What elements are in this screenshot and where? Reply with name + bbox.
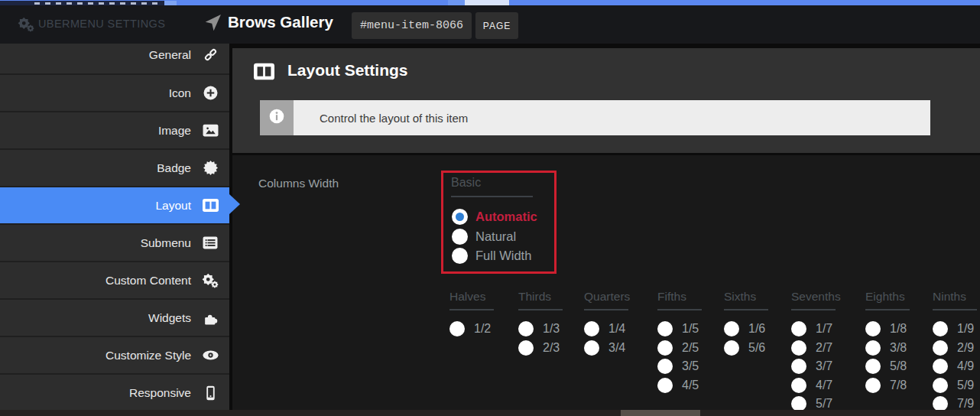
admin-bar-fragment <box>465 0 509 5</box>
columns-icon <box>254 63 274 80</box>
info-message-text: Control the layout of this item <box>320 112 468 125</box>
radio-icon[interactable] <box>865 340 881 356</box>
fraction-group-title: Sixths <box>724 290 768 304</box>
radio-option-label: 5/8 <box>890 359 907 373</box>
radio-icon[interactable] <box>657 340 673 356</box>
radio-icon[interactable] <box>518 321 534 336</box>
radio-icon[interactable] <box>865 378 881 393</box>
sidebar-item-label: Custom Content <box>105 274 191 288</box>
radio-option-2-7[interactable]: 2/7 <box>791 340 841 356</box>
fraction-group-title: Fifths <box>657 290 702 304</box>
sidebar-item-responsive[interactable]: Responsive <box>0 373 229 411</box>
underline <box>791 309 836 310</box>
radio-option-label: 1/4 <box>608 322 625 336</box>
radio-option-1-7[interactable]: 1/7 <box>791 321 841 336</box>
radio-option-1-2[interactable]: 1/2 <box>449 321 494 336</box>
radio-icon[interactable] <box>791 378 806 393</box>
radio-option-label: 2/9 <box>957 341 974 355</box>
scrollbar-thumb[interactable] <box>621 410 700 416</box>
radio-option-label: 1/7 <box>816 322 832 336</box>
radio-option-1-4[interactable]: 1/4 <box>584 321 630 336</box>
radio-icon[interactable] <box>791 340 806 356</box>
radio-icon[interactable] <box>724 321 739 336</box>
info-message: Control the layout of this item <box>294 100 930 135</box>
radio-option-2-3[interactable]: 2/3 <box>518 340 563 356</box>
page-badge[interactable]: PAGE <box>475 12 518 39</box>
radio-option-1-9[interactable]: 1/9 <box>933 321 977 336</box>
sidebar-item-submenu[interactable]: Submenu <box>0 223 229 261</box>
radio-option-label: 4/9 <box>957 359 974 373</box>
radio-icon[interactable] <box>584 340 599 356</box>
radio-icon[interactable] <box>657 321 673 336</box>
radio-option-3-8[interactable]: 3/8 <box>865 340 910 356</box>
sidebar-item-image[interactable]: Image <box>0 111 229 148</box>
fraction-group-title: Thirds <box>518 290 563 304</box>
underline <box>933 309 977 310</box>
radio-option-1-6[interactable]: 1/6 <box>724 321 768 336</box>
sidebar-item-widgets[interactable]: Widgets <box>0 298 229 336</box>
radio-option-label: 5/9 <box>957 379 974 392</box>
radio-icon[interactable] <box>518 340 534 356</box>
radio-option-label: 3/8 <box>890 341 907 355</box>
radio-option-label: 1/8 <box>890 322 907 336</box>
radio-icon[interactable] <box>657 378 673 393</box>
radio-option-1-3[interactable]: 1/3 <box>518 321 563 336</box>
radio-option-label: 1/5 <box>682 322 699 336</box>
radio-option-5-9[interactable]: 5/9 <box>933 378 977 393</box>
radio-icon[interactable] <box>865 321 881 336</box>
radio-option-label: 4/5 <box>682 379 699 392</box>
radio-option-2-5[interactable]: 2/5 <box>657 340 702 356</box>
radio-icon[interactable] <box>791 321 806 336</box>
sidebar-item-label: Icon <box>169 86 191 100</box>
radio-option-3-4[interactable]: 3/4 <box>584 340 630 356</box>
sidebar-item-layout[interactable]: Layout <box>0 186 229 223</box>
menu-item-id-badge[interactable]: #menu-item-8066 <box>352 12 472 39</box>
panel-top-gap <box>229 44 980 48</box>
admin-bar-fragment <box>448 0 465 5</box>
radio-option-4-5[interactable]: 4/5 <box>657 378 702 393</box>
radio-option-label: 2/5 <box>682 341 699 355</box>
radio-option-label: 2/3 <box>543 341 560 355</box>
radio-option-label: 7/9 <box>957 397 974 411</box>
menu-item-id-text: #menu-item-8066 <box>360 19 463 32</box>
radio-option-1-5[interactable]: 1/5 <box>657 321 702 336</box>
admin-bar-strip <box>0 0 980 5</box>
radio-icon[interactable] <box>724 340 739 356</box>
link-icon <box>200 47 220 63</box>
radio-icon[interactable] <box>657 359 673 374</box>
sidebar-item-customize-style[interactable]: Customize Style <box>0 336 229 373</box>
field-label-columns-width: Columns Width <box>258 177 339 190</box>
radio-icon[interactable] <box>449 321 465 336</box>
radio-icon[interactable] <box>933 340 948 356</box>
radio-icon[interactable] <box>933 378 948 393</box>
radio-option-5-8[interactable]: 5/8 <box>865 359 910 374</box>
sidebar-item-label: Image <box>158 124 191 138</box>
radio-option-5-6[interactable]: 5/6 <box>724 340 768 356</box>
radio-icon[interactable] <box>933 359 948 374</box>
radio-icon[interactable] <box>584 321 599 336</box>
ubermenu-settings-label[interactable]: UBERMENU SETTINGS <box>38 18 165 30</box>
radio-icon[interactable] <box>933 321 948 336</box>
radio-icon[interactable] <box>865 359 881 374</box>
sidebar-item-badge[interactable]: Badge <box>0 148 229 186</box>
clipped-text-fragments <box>34 2 158 5</box>
radio-option-1-8[interactable]: 1/8 <box>865 321 910 336</box>
radio-option-label: 1/6 <box>748 322 765 336</box>
radio-option-4-7[interactable]: 4/7 <box>791 378 841 393</box>
radio-option-7-8[interactable]: 7/8 <box>865 378 910 393</box>
underline <box>865 309 910 310</box>
radio-option-3-5[interactable]: 3/5 <box>657 359 702 374</box>
radio-option-2-9[interactable]: 2/9 <box>933 340 977 356</box>
radio-option-3-7[interactable]: 3/7 <box>791 359 841 374</box>
sidebar-panel-divider <box>229 44 232 410</box>
radio-option-4-9[interactable]: 4/9 <box>933 359 977 374</box>
sidebar-item-label: Badge <box>157 161 191 175</box>
horizontal-scrollbar[interactable] <box>0 410 980 416</box>
header-bar: UBERMENU SETTINGS Brows Gallery #menu-it… <box>0 5 980 44</box>
sidebar-item-icon[interactable]: Icon <box>0 73 229 111</box>
page-title: Layout Settings <box>287 61 408 80</box>
radio-icon[interactable] <box>791 359 806 374</box>
layout-settings-panel-header: Layout Settings Control the layout of th… <box>232 48 980 153</box>
radio-option-label: 3/7 <box>816 359 832 373</box>
sidebar-item-custom-content[interactable]: Custom Content <box>0 261 229 298</box>
